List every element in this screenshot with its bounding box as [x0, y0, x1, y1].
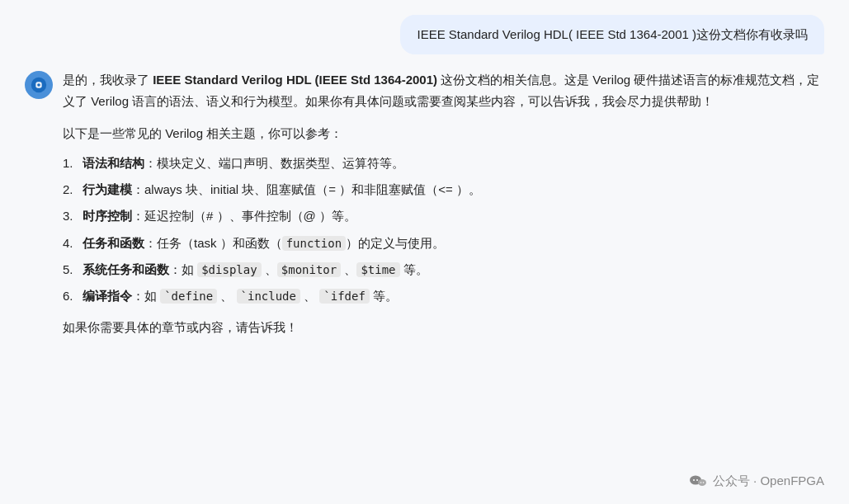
list-text: 任务和函数：任务（task ）和函数（function）的定义与使用。 [83, 233, 445, 254]
svg-point-1 [37, 83, 40, 87]
list-number: 1. [63, 153, 79, 174]
list-number: 4. [63, 233, 79, 254]
item-bold: 语法和结构 [83, 156, 144, 170]
intro-paragraph: 是的，我收录了 IEEE Standard Verilog HDL (IEEE … [63, 69, 824, 113]
svg-point-7 [703, 482, 705, 483]
list-item: 5. 系统任务和函数：如 $display 、$monitor 、$time 等… [63, 259, 824, 280]
user-message-bubble: IEEE Standard Verilog HDL( IEEE Std 1364… [400, 15, 824, 54]
ai-response-row: 是的，我收录了 IEEE Standard Verilog HDL (IEEE … [25, 69, 824, 489]
watermark: 公众号 · OpenFPGA [688, 471, 824, 491]
list-text: 系统任务和函数：如 $display 、$monitor 、$time 等。 [83, 259, 428, 280]
wechat-icon [688, 471, 708, 491]
bold-title: IEEE Standard Verilog HDL (IEEE Std 1364… [153, 73, 437, 87]
list-item: 3. 时序控制：延迟控制（# ）、事件控制（@ ）等。 [63, 205, 824, 227]
svg-point-3 [693, 479, 695, 481]
code-display: $display [197, 262, 261, 277]
code-time: $time [356, 262, 399, 277]
list-number: 6. [63, 285, 79, 307]
list-item: 6. 编译指令：如 `define 、 `include 、 `ifdef 等。 [63, 285, 824, 307]
svg-point-4 [696, 479, 698, 481]
svg-point-5 [698, 479, 706, 486]
code-ifdef: `ifdef [319, 289, 370, 304]
list-number: 3. [63, 205, 79, 227]
list-number: 2. [63, 179, 79, 200]
code-monitor: $monitor [277, 262, 341, 277]
footer-text: 如果你需要具体的章节或内容，请告诉我！ [63, 317, 824, 338]
svg-point-6 [700, 482, 702, 483]
list-text: 时序控制：延迟控制（# ）、事件控制（@ ）等。 [83, 205, 356, 227]
list-number: 5. [63, 259, 79, 280]
code-define: `define [160, 289, 217, 304]
item-bold: 时序控制 [83, 209, 132, 223]
item-bold: 编译指令 [83, 289, 132, 303]
code-function: function [282, 236, 346, 251]
ai-content: 是的，我收录了 IEEE Standard Verilog HDL (IEEE … [63, 69, 824, 347]
watermark-text: 公众号 · OpenFPGA [713, 473, 824, 489]
code-include: `include [237, 289, 300, 304]
item-bold: 任务和函数 [83, 236, 144, 250]
section-title: 以下是一些常见的 Verilog 相关主题，你可以参考： [63, 123, 824, 144]
list-text: 语法和结构：模块定义、端口声明、数据类型、运算符等。 [83, 153, 404, 174]
list-item: 4. 任务和函数：任务（task ）和函数（function）的定义与使用。 [63, 233, 824, 254]
topic-list: 1. 语法和结构：模块定义、端口声明、数据类型、运算符等。 2. 行为建模：al… [63, 153, 824, 308]
avatar [25, 71, 53, 99]
list-item: 1. 语法和结构：模块定义、端口声明、数据类型、运算符等。 [63, 153, 824, 174]
item-bold: 行为建模 [83, 182, 132, 196]
list-item: 2. 行为建模：always 块、initial 块、阻塞赋值（= ）和非阻塞赋… [63, 179, 824, 200]
list-text: 行为建模：always 块、initial 块、阻塞赋值（= ）和非阻塞赋值（<… [83, 179, 481, 200]
list-text: 编译指令：如 `define 、 `include 、 `ifdef 等。 [83, 285, 398, 307]
item-bold: 系统任务和函数 [83, 262, 169, 276]
